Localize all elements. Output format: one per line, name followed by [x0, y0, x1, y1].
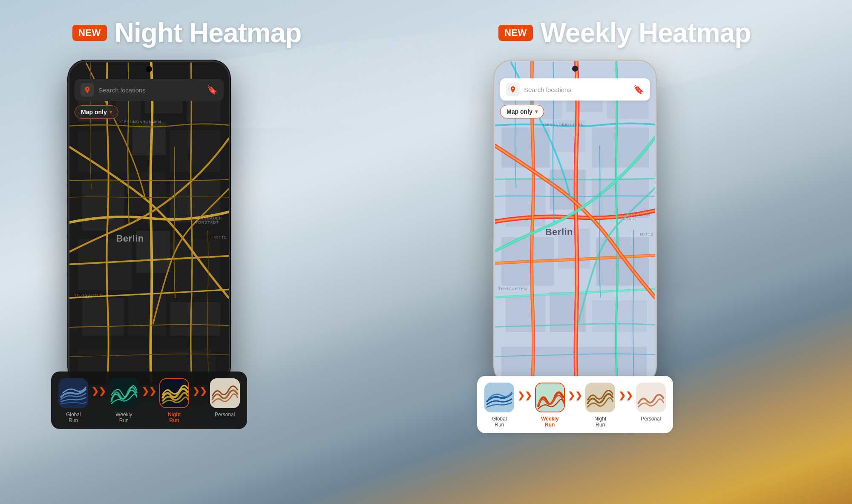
left-header: NEW Night Heatmap [68, 17, 301, 49]
svg-rect-16 [170, 302, 220, 336]
left-new-badge: NEW [72, 25, 107, 41]
left-map-only-btn[interactable]: Map only ▾ [75, 105, 118, 119]
right-header: NEW Weekly Heatmap [494, 17, 751, 49]
right-punch-hole [572, 66, 578, 72]
right-map-only-chevron: ▾ [535, 109, 538, 115]
right-map: GESUNDBRUNNEN SPANDAUERSTADT MITTE TIERG… [495, 61, 655, 383]
svg-rect-28 [501, 127, 550, 167]
right-tab-weekly-label: Weekly Run [541, 416, 558, 428]
left-punch-hole [146, 66, 152, 72]
left-search-text[interactable]: Search locations [98, 86, 203, 94]
left-tab-night[interactable]: Night Run [156, 378, 193, 424]
left-map: GESUNDBRUNNEN SPANDAUERVORSTADT MITTE TI… [69, 62, 229, 383]
right-map-only-btn[interactable]: Map only ▾ [500, 105, 544, 118]
svg-rect-14 [82, 298, 124, 336]
left-search-bar[interactable]: Search locations 🔖 [75, 79, 224, 101]
right-phone-outer: GESUNDBRUNNEN SPANDAUERSTADT MITTE TIERG… [494, 60, 656, 433]
right-search-text[interactable]: Search locations [524, 86, 629, 93]
right-tab-night[interactable]: Night Run [582, 383, 619, 428]
right-tab-weekly[interactable]: Weekly Run [532, 383, 568, 428]
right-bottom-tabs: Global Run ❯❯ [477, 376, 673, 433]
left-tab-personal-label: Personal [215, 412, 235, 418]
svg-rect-19 [109, 378, 139, 408]
right-bookmark-icon[interactable]: 🔖 [633, 84, 644, 95]
left-nav-icon [81, 83, 94, 97]
left-thumb-night [159, 378, 189, 408]
right-title: Weekly Heatmap [541, 17, 751, 49]
left-chevron-2: ❯❯ [142, 378, 156, 395]
right-thumb-global [484, 383, 514, 412]
svg-rect-30 [592, 127, 649, 167]
svg-rect-5 [78, 130, 128, 172]
left-thumb-personal [210, 378, 240, 408]
left-phone: GESUNDBRUNNEN SPANDAUERVORSTADT MITTE TI… [68, 60, 230, 429]
svg-rect-38 [550, 292, 586, 332]
right-thumb-personal [636, 383, 666, 412]
svg-rect-13 [174, 239, 220, 289]
right-chevron-2: ❯❯ [568, 383, 582, 400]
svg-rect-42 [536, 383, 565, 412]
right-tab-night-label: Night Run [594, 416, 606, 428]
left-map-ui: Search locations 🔖 Map only ▾ [75, 79, 224, 119]
right-tab-personal-label: Personal [641, 416, 661, 422]
svg-rect-11 [78, 239, 132, 289]
right-panel: NEW Weekly Heatmap [494, 17, 784, 433]
left-map-only-chevron: ▾ [109, 109, 112, 115]
left-bookmark-icon[interactable]: 🔖 [207, 85, 218, 95]
left-tab-row: Global Run ❯❯ [55, 378, 243, 424]
left-phone-frame: GESUNDBRUNNEN SPANDAUERVORSTADT MITTE TI… [68, 60, 230, 384]
right-phone-frame: GESUNDBRUNNEN SPANDAUERSTADT MITTE TIERG… [494, 60, 656, 384]
right-tab-personal[interactable]: Personal [633, 383, 669, 422]
left-chevron-3: ❯❯ [193, 378, 207, 395]
right-chevron-3: ❯❯ [619, 383, 633, 400]
left-tab-global-label: Global Run [66, 412, 81, 424]
left-phone-outer: GESUNDBRUNNEN SPANDAUERVORSTADT MITTE TI… [68, 60, 230, 429]
right-tab-global-label: Global Run [492, 416, 507, 428]
left-title: Night Heatmap [115, 17, 302, 49]
left-map-only-label: Map only [81, 109, 107, 115]
svg-rect-12 [136, 231, 170, 273]
left-tab-personal[interactable]: Personal [207, 378, 243, 418]
left-thumb-weekly [109, 378, 139, 408]
right-new-badge: NEW [498, 25, 533, 41]
right-map-ui: Search locations 🔖 Map only ▾ [500, 78, 650, 118]
right-nav-icon [506, 83, 520, 96]
right-thumb-weekly [535, 383, 565, 412]
svg-rect-39 [592, 300, 647, 332]
svg-rect-44 [636, 383, 666, 412]
main-container: NEW Night Heatmap [0, 0, 852, 504]
svg-rect-15 [128, 294, 166, 335]
left-tab-global[interactable]: Global Run [55, 378, 92, 424]
right-chevron-1: ❯❯ [518, 383, 532, 400]
left-bottom-tabs: Global Run ❯❯ [51, 372, 247, 429]
left-chevron-1: ❯❯ [92, 378, 106, 395]
left-tab-night-label: Night Run [168, 412, 181, 424]
left-panel: NEW Night Heatmap [68, 17, 358, 429]
left-tab-weekly-label: Weekly Run [115, 412, 132, 424]
left-thumb-global [58, 378, 88, 408]
svg-rect-7 [170, 130, 220, 172]
svg-rect-8 [82, 181, 124, 231]
right-search-bar[interactable]: Search locations 🔖 [500, 78, 650, 101]
svg-rect-9 [128, 172, 166, 214]
right-tab-global[interactable]: Global Run [481, 383, 518, 428]
svg-rect-35 [558, 229, 590, 269]
right-phone: GESUNDBRUNNEN SPANDAUERSTADT MITTE TIERG… [494, 60, 656, 433]
right-thumb-night [585, 383, 615, 412]
right-map-only-label: Map only [507, 108, 532, 115]
right-tab-row: Global Run ❯❯ [481, 383, 669, 428]
left-tab-weekly[interactable]: Weekly Run [106, 378, 142, 424]
